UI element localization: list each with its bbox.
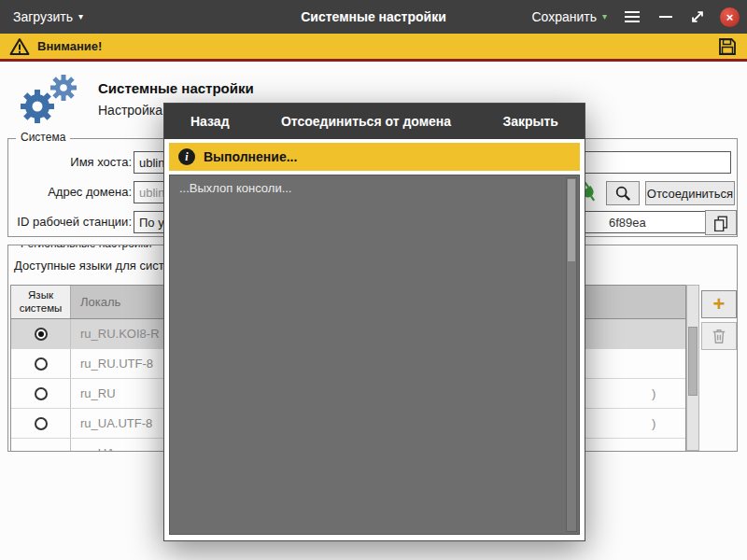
table-scrollbar[interactable] <box>686 285 699 451</box>
warning-bar: Внимание! <box>0 34 747 59</box>
scrollbar-thumb[interactable] <box>688 327 698 396</box>
save-menu-button[interactable]: Сохранить ▾ <box>531 0 607 34</box>
console-output: ...Выхлоп консоли... <box>169 175 580 535</box>
domain-label: Адрес домена: <box>12 185 132 199</box>
load-menu-label: Загрузить <box>13 9 73 24</box>
disconnect-button[interactable]: Отсоединиться <box>645 181 735 205</box>
save-icon[interactable] <box>717 36 738 57</box>
dialog-back-button[interactable]: Назад <box>190 114 230 129</box>
maximize-button[interactable] <box>684 0 712 34</box>
console-text: ...Выхлоп консоли... <box>179 181 291 195</box>
expand-icon <box>689 8 706 25</box>
load-menu-button[interactable]: Загрузить ▾ <box>13 0 83 34</box>
column-header-language: Язык системы <box>11 286 71 318</box>
copy-id-button[interactable] <box>705 210 737 235</box>
dialog-status-bar: i Выполнение... <box>169 143 580 171</box>
chevron-down-icon: ▾ <box>602 12 607 21</box>
languages-description: Доступные языки для системы <box>14 259 188 273</box>
console-scrollbar-thumb[interactable] <box>568 179 575 261</box>
search-domain-button[interactable] <box>606 181 640 205</box>
trash-icon <box>711 328 727 344</box>
copy-icon <box>712 215 729 231</box>
close-button[interactable]: × <box>720 7 740 27</box>
menu-icon[interactable] <box>618 0 646 34</box>
row-extra-text: ) <box>652 416 655 430</box>
page-title: Системные настройки <box>98 80 254 96</box>
row-extra-text: ) <box>652 386 655 400</box>
close-icon: × <box>726 10 734 24</box>
radio-unselected[interactable] <box>35 417 48 430</box>
workstation-id-fragment: 6f89ea <box>609 216 646 230</box>
gears-icon <box>9 71 86 134</box>
chevron-down-icon: ▾ <box>78 12 83 21</box>
radio-selected[interactable] <box>35 328 48 341</box>
titlebar: Загрузить ▾ Системные настройки Сохранит… <box>0 0 747 34</box>
hostname-label: Имя хоста: <box>12 155 132 169</box>
radio-unselected[interactable] <box>35 357 48 371</box>
minimize-button[interactable] <box>652 0 680 34</box>
dialog-disconnect-button[interactable]: Отсоединиться от домена <box>281 114 451 129</box>
add-language-button[interactable]: + <box>701 290 737 318</box>
dialog-header: Назад Отсоединиться от домена Закрыть <box>164 104 585 139</box>
app-window: Загрузить ▾ Системные настройки Сохранит… <box>0 0 747 560</box>
radio-unselected[interactable] <box>35 387 48 400</box>
dialog-close-button[interactable]: Закрыть <box>502 114 558 129</box>
regional-legend: Региональные настройки <box>16 245 157 250</box>
console-scrollbar[interactable] <box>566 177 577 532</box>
search-icon <box>614 185 631 202</box>
warning-icon <box>9 37 30 56</box>
save-menu-label: Сохранить <box>531 9 597 24</box>
execution-dialog: Назад Отсоединиться от домена Закрыть i … <box>163 103 585 541</box>
info-icon: i <box>178 148 195 165</box>
divider-line <box>0 59 747 62</box>
system-legend: Система <box>16 131 70 144</box>
page-subtitle: Настройка <box>98 103 162 118</box>
dialog-status-text: Выполнение... <box>204 149 297 164</box>
delete-language-button[interactable] <box>701 322 737 350</box>
warning-text: Внимание! <box>37 39 102 53</box>
workstation-id-label: ID рабочей станции: <box>12 215 132 229</box>
